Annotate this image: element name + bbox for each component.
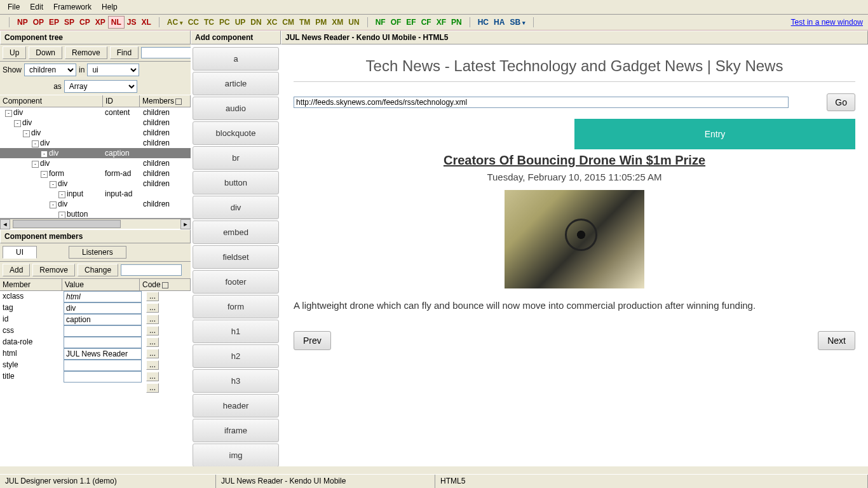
toggle-icon[interactable]: - <box>58 212 65 219</box>
scroll-right-icon[interactable]: ► <box>180 219 191 229</box>
tree-row[interactable]: -divchildren <box>0 138 191 148</box>
column-menu-icon[interactable] <box>175 98 182 105</box>
add-item-footer[interactable]: footer <box>193 270 279 294</box>
add-item-button[interactable]: button <box>193 171 279 194</box>
tree-row[interactable]: -divchildren <box>0 199 191 209</box>
test-new-window-link[interactable]: Test in a new window <box>791 18 863 27</box>
toolbar-cf[interactable]: CF <box>419 17 434 28</box>
tree-row[interactable]: -divchildren <box>0 179 191 189</box>
add-member-button[interactable]: Add <box>3 264 30 276</box>
add-item-header[interactable]: header <box>193 394 279 417</box>
tree-row[interactable]: -divchildren <box>0 128 191 138</box>
remove-button[interactable]: Remove <box>65 46 107 59</box>
go-button[interactable]: Go <box>827 93 855 111</box>
add-item-blockquote[interactable]: blockquote <box>193 121 279 145</box>
toolbar-xp[interactable]: XP <box>93 17 108 28</box>
toolbar-xf[interactable]: XF <box>434 17 449 28</box>
col-id[interactable]: ID <box>103 95 140 107</box>
toolbar-hc[interactable]: HC <box>475 17 491 28</box>
toolbar-of[interactable]: OF <box>388 17 404 28</box>
member-value-input[interactable] <box>64 371 142 383</box>
tab-articles[interactable]: Articles <box>294 119 574 149</box>
in-select[interactable]: ui <box>87 64 139 76</box>
feed-url-input[interactable] <box>294 97 789 108</box>
remove-member-button[interactable]: Remove <box>32 264 75 276</box>
show-select[interactable]: children <box>24 64 76 76</box>
change-member-button[interactable]: Change <box>78 264 118 276</box>
add-item-a[interactable]: a <box>193 47 279 71</box>
tree-row[interactable]: -button <box>0 209 191 219</box>
down-button[interactable]: Down <box>29 46 62 59</box>
code-button[interactable]: ... <box>146 326 159 336</box>
find-button[interactable]: Find <box>110 46 139 59</box>
add-item-form[interactable]: form <box>193 295 279 318</box>
add-item-br[interactable]: br <box>193 146 279 170</box>
tree-row[interactable]: -divchildren <box>0 118 191 128</box>
col-code[interactable]: Code <box>140 279 191 290</box>
member-value-input[interactable] <box>64 314 142 325</box>
tree-row[interactable]: -divchildren <box>0 158 191 168</box>
toolbar-sp[interactable]: SP <box>62 17 77 28</box>
menu-edit[interactable]: Edit <box>26 1 47 13</box>
toolbar-op[interactable]: OP <box>31 17 46 28</box>
add-component-list[interactable]: aarticleaudioblockquotebrbuttondivembedf… <box>191 44 281 466</box>
toolbar-ac[interactable]: AC <box>165 17 186 28</box>
add-item-div[interactable]: div <box>193 196 279 219</box>
tree-row[interactable]: -divcontentchildren <box>0 107 191 118</box>
toolbar-pm[interactable]: PM <box>313 17 329 28</box>
toolbar-ep[interactable]: EP <box>46 17 62 28</box>
member-value-input[interactable] <box>64 325 142 337</box>
find-input[interactable] <box>141 47 192 58</box>
member-value-input[interactable] <box>64 302 142 314</box>
toggle-icon[interactable]: - <box>14 120 21 127</box>
add-item-iframe[interactable]: iframe <box>193 419 279 442</box>
menu-help[interactable]: Help <box>98 1 121 13</box>
toggle-icon[interactable]: - <box>5 110 12 117</box>
tree-row[interactable]: -inputinput-ad <box>0 189 191 199</box>
menu-framework[interactable]: Framework <box>50 1 95 13</box>
toolbar-np[interactable]: NP <box>15 17 31 28</box>
toggle-icon[interactable]: - <box>50 181 57 188</box>
add-item-fieldset[interactable]: fieldset <box>193 245 279 269</box>
col-value[interactable]: Value <box>62 279 140 290</box>
toolbar-pc[interactable]: PC <box>217 17 233 28</box>
toolbar-cc[interactable]: CC <box>186 17 201 28</box>
toolbar-ef[interactable]: EF <box>403 17 418 28</box>
tree-hscroll[interactable]: ◄ ► <box>0 219 191 229</box>
tab-ui[interactable]: UI <box>3 246 37 259</box>
tab-entry[interactable]: Entry <box>574 119 855 149</box>
scroll-left-icon[interactable]: ◄ <box>0 219 10 229</box>
member-value-input[interactable] <box>64 337 142 348</box>
toolbar-dn[interactable]: DN <box>248 17 264 28</box>
code-button[interactable]: ... <box>146 360 159 370</box>
add-item-article[interactable]: article <box>193 72 279 95</box>
code-button[interactable]: ... <box>146 292 159 301</box>
toggle-icon[interactable]: - <box>32 140 39 147</box>
toggle-icon[interactable]: - <box>50 201 57 208</box>
add-item-img[interactable]: img <box>193 444 279 466</box>
toolbar-pn[interactable]: PN <box>449 17 465 28</box>
toolbar-xm[interactable]: XM <box>329 17 346 28</box>
code-button[interactable]: ... <box>146 337 159 347</box>
code-button[interactable]: ... <box>146 349 159 358</box>
toolbar-sb[interactable]: SB <box>507 17 527 28</box>
add-item-h3[interactable]: h3 <box>193 369 279 393</box>
code-button[interactable]: ... <box>146 372 159 381</box>
toolbar-xc[interactable]: XC <box>264 17 280 28</box>
menu-file[interactable]: File <box>4 1 24 13</box>
toolbar-xl[interactable]: XL <box>139 17 153 28</box>
up-button[interactable]: Up <box>3 46 26 59</box>
toggle-icon[interactable]: - <box>41 151 48 158</box>
code-button[interactable]: ... <box>146 383 159 393</box>
toolbar-up[interactable]: UP <box>233 17 248 28</box>
member-body[interactable]: xclass...tag...id...css...data-role...ht… <box>0 291 191 466</box>
toolbar-cm[interactable]: CM <box>280 17 297 28</box>
next-button[interactable]: Next <box>818 331 855 350</box>
code-button[interactable]: ... <box>146 315 159 324</box>
member-value-input[interactable] <box>64 348 142 360</box>
toolbar-ha[interactable]: HA <box>491 17 507 28</box>
add-item-h2[interactable]: h2 <box>193 344 279 368</box>
column-menu-icon[interactable] <box>162 282 168 288</box>
scroll-thumb[interactable] <box>13 220 121 228</box>
add-item-audio[interactable]: audio <box>193 97 279 120</box>
